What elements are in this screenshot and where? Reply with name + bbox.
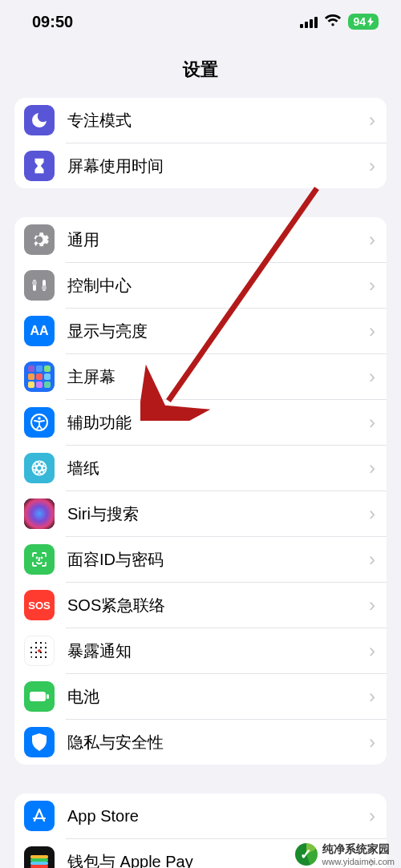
svg-point-3 [42,285,47,290]
battery-percent: 94 [353,15,366,28]
chevron-right-icon: › [369,367,375,386]
chevron-right-icon: › [369,321,375,341]
chevron-right-icon: › [369,111,375,130]
chevron-right-icon: › [369,504,375,523]
app-store-icon [24,801,55,831]
status-indicators: 94 [300,13,379,31]
svg-rect-15 [30,858,48,862]
home-screen-icon [24,361,55,392]
row-accessibility[interactable]: 辅助功能 › [14,400,387,445]
svg-rect-14 [30,855,48,858]
row-control-center[interactable]: 控制中心 › [14,263,387,308]
row-label: 电池 [67,686,369,708]
face-id-icon [24,544,55,575]
row-label: 专注模式 [67,110,369,131]
wallpaper-icon [24,453,55,483]
row-label: 屏幕使用时间 [67,155,369,177]
settings-group-focus: 专注模式 › 屏幕使用时间 › [14,98,387,188]
row-label: 控制中心 [67,275,369,297]
status-bar: 09:50 94 [0,0,401,43]
focus-mode-icon [24,105,55,135]
chevron-right-icon: › [369,641,375,660]
row-label: 墙纸 [67,458,369,479]
watermark-url: www.yidaimei.com [322,857,395,866]
chevron-right-icon: › [369,733,375,752]
row-face-id[interactable]: 面容ID与密码 › [14,537,387,582]
row-focus-mode[interactable]: 专注模式 › [14,98,387,143]
row-battery[interactable]: 电池 › [14,674,387,719]
row-label: 暴露通知 [67,640,369,662]
row-label: 显示与亮度 [67,321,369,342]
watermark-logo-icon: ✓ [295,843,318,866]
row-app-store[interactable]: App Store › [14,793,387,838]
row-siri-search[interactable]: Siri与搜索 › [14,491,387,536]
sos-icon: SOS [24,590,55,620]
screen-time-icon [24,151,55,181]
exposure-icon [24,636,55,666]
row-emergency-sos[interactable]: SOS SOS紧急联络 › [14,583,387,628]
chevron-right-icon: › [369,413,375,432]
wifi-icon [324,13,342,31]
chevron-right-icon: › [369,806,375,826]
svg-rect-13 [47,694,49,699]
battery-icon [24,681,55,712]
accessibility-icon [24,407,55,438]
status-time: 09:50 [32,13,73,31]
row-label: App Store [67,807,369,826]
wallet-icon [24,846,55,868]
row-label: 主屏幕 [67,366,369,388]
row-label: 通用 [67,229,369,251]
row-label: Siri与搜索 [67,503,369,525]
row-label: 面容ID与密码 [67,549,369,571]
display-brightness-icon: AA [24,316,55,346]
charging-icon [367,17,374,26]
watermark: ✓ 纯净系统家园 www.yidaimei.com [295,842,395,866]
battery-indicator: 94 [348,14,379,30]
chevron-right-icon: › [369,687,375,706]
chevron-right-icon: › [369,230,375,249]
svg-point-10 [37,558,38,559]
privacy-icon [24,727,55,757]
svg-rect-17 [30,865,48,868]
control-center-icon [24,270,55,301]
row-display-brightness[interactable]: AA 显示与亮度 › [14,309,387,353]
row-label: SOS紧急联络 [67,595,369,616]
cellular-signal-icon [300,16,318,28]
svg-rect-12 [30,692,46,701]
row-label: 隐私与安全性 [67,732,369,753]
siri-icon [24,499,55,529]
row-wallpaper[interactable]: 墙纸 › [14,446,387,491]
row-label: 辅助功能 [67,412,369,434]
gear-icon [24,224,55,255]
svg-point-5 [38,417,41,420]
svg-point-11 [42,558,43,559]
chevron-right-icon: › [369,276,375,295]
watermark-brand: 纯净系统家园 [322,842,395,857]
row-home-screen[interactable]: 主屏幕 › [14,354,387,399]
row-screen-time[interactable]: 屏幕使用时间 › [14,143,387,188]
chevron-right-icon: › [369,595,375,615]
chevron-right-icon: › [369,458,375,478]
svg-point-2 [32,281,37,285]
chevron-right-icon: › [369,550,375,569]
svg-rect-16 [30,862,48,865]
row-general[interactable]: 通用 › [14,217,387,262]
settings-group-general: 通用 › 控制中心 › AA 显示与亮度 › 主屏幕 › 辅助功能 › [14,217,387,765]
row-privacy-security[interactable]: 隐私与安全性 › [14,720,387,765]
svg-point-7 [32,466,46,471]
page-title: 设置 [0,43,401,98]
row-exposure-notification[interactable]: 暴露通知 › [14,628,387,673]
chevron-right-icon: › [369,156,375,176]
